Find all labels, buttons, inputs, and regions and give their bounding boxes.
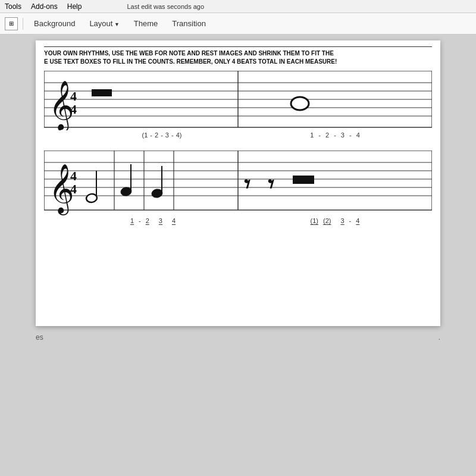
last-edit-text: Last edit was seconds ago xyxy=(127,3,204,10)
staff-1: 𝄞 4 4 (1 - 2 - xyxy=(44,71,432,143)
layout-button[interactable]: Layout xyxy=(83,17,125,30)
toolbar: ⊞ Background Layout Theme Transition xyxy=(0,13,476,35)
toolbar-separator xyxy=(23,18,23,30)
staff-1-svg: 𝄞 4 4 xyxy=(44,71,432,130)
slide: YOUR OWN RHYTHMS, USE THE WEB FOR NOTE A… xyxy=(36,40,440,326)
svg-text:4: 4 xyxy=(70,181,77,196)
staff-1-measure2-beats: 1 - 2 - 3 - 4 xyxy=(238,131,432,139)
menu-bar: Tools Add-ons Help Last edit was seconds… xyxy=(0,0,476,13)
svg-rect-33 xyxy=(293,176,314,184)
staff-2-measure1-beats: 1 - 2 3 4 xyxy=(44,217,238,224)
bottom-text: es xyxy=(36,333,43,342)
bottom-dot: . xyxy=(439,333,440,342)
background-button[interactable]: Background xyxy=(28,17,81,30)
staff-2-measure2-beats: (1) (2) 3 - 4 xyxy=(238,217,432,224)
expand-icon: ⊞ xyxy=(9,20,14,27)
staff-2: 𝄞 4 4 xyxy=(44,151,432,229)
menu-addons[interactable]: Add-ons xyxy=(31,2,58,11)
instruction-line2: E USE TEXT BOXES TO FILL IN THE COUNTS. … xyxy=(44,58,432,66)
main-content: YOUR OWN RHYTHMS, USE THE WEB FOR NOTE A… xyxy=(0,35,476,476)
transition-button[interactable]: Transition xyxy=(166,17,212,30)
theme-button[interactable]: Theme xyxy=(128,17,164,30)
svg-rect-10 xyxy=(92,89,112,96)
svg-text:4: 4 xyxy=(70,102,77,117)
menu-tools[interactable]: Tools xyxy=(5,2,21,11)
svg-point-11 xyxy=(291,97,309,110)
instruction-line1: YOUR OWN RHYTHMS, USE THE WEB FOR NOTE A… xyxy=(44,49,432,58)
staff-1-beats: (1 - 2 - 3 - 4) 1 - 2 - 3 - 4 xyxy=(44,130,432,143)
expand-button[interactable]: ⊞ xyxy=(5,17,18,30)
instruction-text: YOUR OWN RHYTHMS, USE THE WEB FOR NOTE A… xyxy=(44,46,432,66)
staff-2-svg: 𝄞 4 4 xyxy=(44,151,432,216)
menu-help[interactable]: Help xyxy=(67,2,82,11)
staff-2-beats: 1 - 2 3 4 (1) (2) 3 - 4 xyxy=(44,216,432,229)
staff-1-measure1-beats: (1 - 2 - 3 - 4) xyxy=(44,131,238,139)
